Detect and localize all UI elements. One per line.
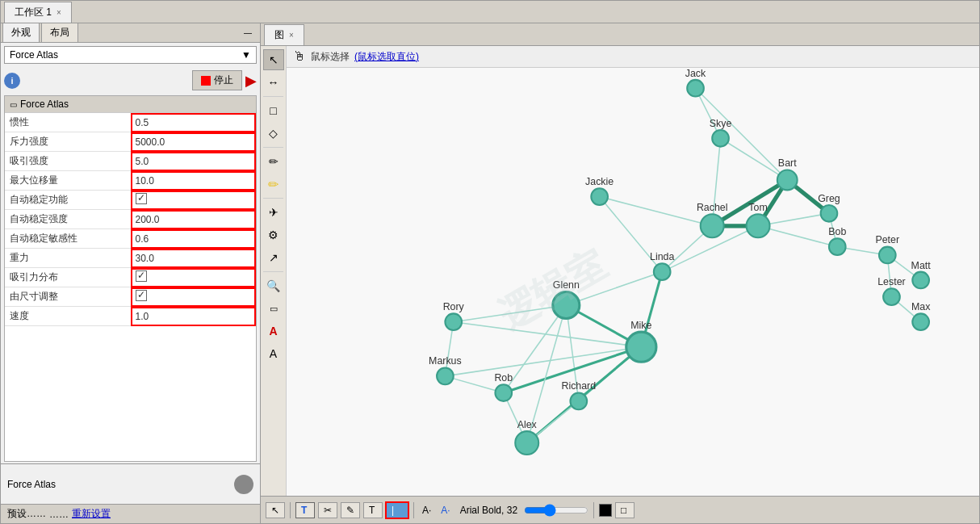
preset-label: 预设……: [7, 507, 46, 521]
workspace-tab-close[interactable]: ×: [57, 8, 61, 17]
svg-point-7: [829, 238, 846, 255]
prop-value: 5.0: [131, 152, 257, 171]
svg-point-5: [747, 214, 770, 237]
status-separator: ……: [49, 509, 69, 520]
node-label: Lester: [877, 276, 905, 287]
node-label: Bob: [828, 226, 846, 237]
checkbox-value[interactable]: [136, 290, 147, 301]
toolbar-settings-btn[interactable]: ⚙: [263, 224, 284, 245]
graph-tab[interactable]: 图 ×: [264, 24, 304, 45]
left-tab-bar: 外观 布局 —: [1, 23, 260, 43]
scissors-btn[interactable]: ✂: [318, 502, 337, 518]
graph-edge: [454, 305, 567, 322]
toolbar-mode-link[interactable]: (鼠标选取直位): [354, 50, 419, 64]
graph-node[interactable]: Rachel: [697, 202, 728, 237]
stop-icon: [201, 76, 211, 86]
node-label: Bart: [778, 157, 797, 169]
toolbar-diamond-btn[interactable]: ◇: [263, 123, 284, 144]
svg-point-14: [445, 313, 462, 330]
svg-point-2: [591, 188, 608, 205]
bottom-circle: [234, 475, 253, 494]
separator-3: [593, 502, 594, 518]
svg-point-10: [883, 288, 900, 305]
node-label: Alex: [517, 419, 538, 430]
toolbar-text2-btn[interactable]: A: [263, 343, 284, 364]
toolbar-divider-2: [263, 147, 283, 148]
props-header: ▭ Force Atlas: [5, 96, 256, 113]
graph-node[interactable]: Richard: [561, 380, 596, 409]
prop-value: 30.0: [131, 249, 257, 268]
graph-node[interactable]: Bart: [777, 157, 798, 190]
graph-node[interactable]: Lester: [877, 276, 905, 305]
toolbar-color-btn[interactable]: ✏: [263, 174, 284, 195]
graph-node[interactable]: Skye: [710, 118, 732, 147]
prop-value: 0.5: [131, 113, 257, 132]
props-row: 吸引强度5.0: [5, 152, 256, 171]
font-size-slider[interactable]: [524, 504, 588, 517]
graph-tab-bar: 图 ×: [261, 23, 979, 46]
toolbar-pen-btn[interactable]: ✏: [263, 151, 284, 172]
graph-node[interactable]: Mike: [626, 320, 656, 362]
graph-node[interactable]: Markus: [429, 355, 462, 384]
graph-edge: [721, 138, 788, 180]
prop-value[interactable]: [131, 268, 257, 287]
edit-btn[interactable]: ✎: [341, 502, 360, 518]
left-panel-close-btn[interactable]: —: [239, 27, 257, 39]
graph-edge: [566, 272, 662, 305]
graph-tab-close[interactable]: ×: [289, 31, 294, 40]
graph-node[interactable]: Tom: [747, 202, 770, 237]
toolbar-text-btn[interactable]: A: [263, 321, 284, 342]
cursor-btn[interactable]: ↖: [266, 502, 285, 518]
node-label: Rob: [494, 372, 513, 384]
toolbar-select-btn[interactable]: ↖: [263, 49, 284, 70]
svg-point-15: [626, 332, 656, 362]
svg-point-18: [570, 393, 587, 410]
checkbox-value[interactable]: [136, 270, 147, 282]
algorithm-dropdown[interactable]: Force Atlas ▼: [4, 46, 257, 64]
extra-btn[interactable]: □: [615, 502, 634, 518]
graph-node[interactable]: Glenn: [553, 279, 580, 318]
graph-node[interactable]: Alex: [515, 419, 538, 455]
prop-label: 最大位移量: [5, 171, 131, 191]
props-row: 自动稳定强度200.0: [5, 210, 256, 229]
graph-node[interactable]: Matt: [911, 260, 932, 289]
toolbar-rect-btn[interactable]: □: [263, 100, 284, 121]
info-button[interactable]: i: [4, 73, 20, 89]
prop-value: 200.0: [131, 210, 257, 229]
separator-2: [413, 502, 414, 518]
graph-node[interactable]: Rob: [494, 372, 513, 401]
tab-layout[interactable]: 布局: [41, 23, 78, 42]
cursor-indicator: ▶: [245, 72, 257, 90]
svg-point-0: [687, 80, 704, 97]
graph-node[interactable]: Jackie: [585, 176, 614, 205]
graph-node[interactable]: Peter: [875, 235, 899, 264]
graph-node[interactable]: Linda: [650, 251, 674, 280]
graph-edge: [454, 322, 642, 347]
node-label: Glenn: [553, 279, 580, 291]
svg-point-16: [437, 368, 454, 385]
text-btn[interactable]: T: [295, 502, 315, 518]
text2-btn[interactable]: T: [363, 502, 383, 518]
svg-point-4: [701, 214, 724, 237]
workspace-tab[interactable]: 工作区 1 ×: [4, 2, 72, 23]
graph-node[interactable]: Jack: [685, 68, 706, 97]
node-label: Rory: [443, 301, 465, 312]
node-label: Mike: [630, 320, 651, 331]
color-swatch[interactable]: [599, 504, 612, 517]
graph-node[interactable]: Rory: [443, 301, 465, 330]
toolbar-link-btn[interactable]: ↗: [263, 247, 284, 268]
reset-label[interactable]: 重新设置: [72, 507, 111, 521]
prop-value[interactable]: [131, 191, 257, 210]
prop-value[interactable]: [131, 287, 257, 307]
graph-node[interactable]: Max: [911, 301, 931, 330]
toolbar-arrow-btn[interactable]: ✈: [263, 202, 284, 223]
toolbar-zoom-btn[interactable]: 🔍: [263, 275, 284, 296]
graph-node[interactable]: Bob: [828, 226, 846, 255]
checkbox-value[interactable]: [136, 193, 147, 204]
toolbar-move-btn[interactable]: ↔: [263, 72, 284, 93]
tab-appearance[interactable]: 外观: [2, 23, 40, 42]
props-row: 由尺寸调整: [5, 287, 256, 307]
insert-btn[interactable]: |: [386, 502, 408, 518]
stop-button[interactable]: 停止: [192, 70, 242, 90]
toolbar-rect2-btn[interactable]: ▭: [263, 298, 284, 319]
